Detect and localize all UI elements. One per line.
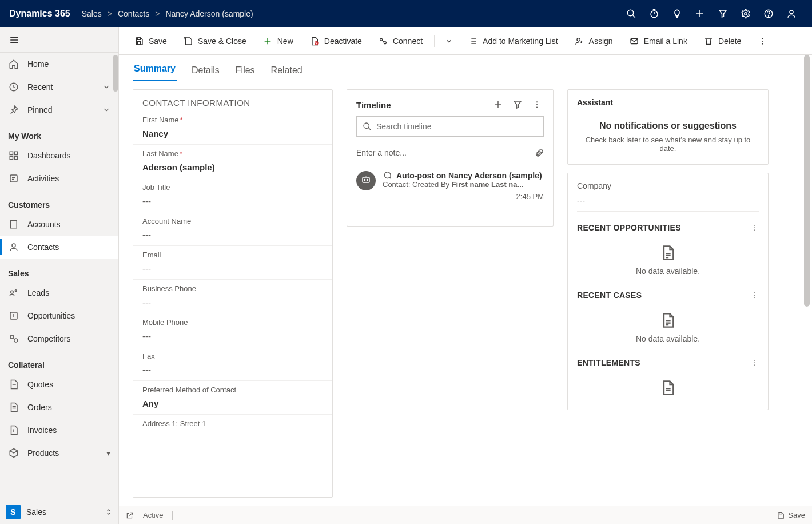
timeline-filter-button[interactable] <box>511 98 524 112</box>
sidebar-item-activities[interactable]: Activities <box>0 167 118 190</box>
sidebar-item-opportunities[interactable]: Opportunities <box>0 304 118 327</box>
sidebar-item-competitors[interactable]: Competitors <box>0 327 118 350</box>
brand: Dynamics 365 <box>9 9 70 19</box>
timeline-item[interactable]: Auto-post on Nancy Aderson (sample) Cont… <box>347 164 553 208</box>
connect-dropdown[interactable] <box>439 31 459 51</box>
field-firstname[interactable]: First Name* Nancy <box>133 111 332 145</box>
field-value: Nancy <box>142 124 323 141</box>
sidebar-item-products[interactable]: Products ▾ <box>0 442 118 465</box>
field-mobilephone[interactable]: Mobile Phone--- <box>133 313 332 347</box>
sidebar-item-leads[interactable]: Leads <box>0 281 118 304</box>
svg-point-69 <box>754 227 755 228</box>
trash-icon <box>703 36 714 46</box>
sidebar-app-switcher[interactable]: S Sales <box>0 499 118 524</box>
breadcrumb-area[interactable]: Sales <box>82 9 102 18</box>
svg-point-0 <box>627 10 634 16</box>
email-link-button[interactable]: Email a Link <box>622 31 694 51</box>
field-value: --- <box>142 327 323 343</box>
new-button[interactable]: New <box>256 31 300 51</box>
filter-icon[interactable] <box>711 0 734 27</box>
breadcrumb-record[interactable]: Nancy Aderson (sample) <box>165 9 253 18</box>
sidebar-item-contacts[interactable]: Contacts <box>0 236 118 259</box>
sidebar-item-orders[interactable]: Orders <box>0 396 118 419</box>
svg-rect-18 <box>15 157 18 160</box>
document-icon <box>577 245 759 261</box>
content-scrollbar[interactable] <box>804 55 810 307</box>
more-vertical-icon[interactable] <box>751 224 759 232</box>
tab-summary[interactable]: Summary <box>133 58 177 81</box>
svg-point-32 <box>10 335 14 339</box>
timeline-item-time: 2:45 PM <box>383 192 544 201</box>
timeline-more-button[interactable] <box>530 98 544 112</box>
section-entitlements: ENTITLEMENTS <box>577 358 640 367</box>
search-icon[interactable] <box>620 0 643 27</box>
svg-point-76 <box>754 297 755 298</box>
sidebar-item-dashboards[interactable]: Dashboards <box>0 144 118 167</box>
timeline-item-title: Auto-post on Nancy Aderson (sample) <box>396 171 542 180</box>
form-content: CONTACT INFORMATION First Name* Nancy La… <box>119 81 812 506</box>
competitors-icon <box>8 333 19 344</box>
timeline-title: Timeline <box>356 100 485 110</box>
breadcrumb-entity[interactable]: Contacts <box>118 9 149 18</box>
caret-down-icon: ▾ <box>106 448 110 458</box>
sidebar: Home Recent Pinned My Work Dashboards <box>0 27 119 524</box>
field-prefcontact[interactable]: Preferred Method of ContactAny <box>133 381 332 415</box>
sidebar-item-quotes[interactable]: Quotes <box>0 373 118 396</box>
sidebar-item-invoices[interactable]: Invoices <box>0 419 118 442</box>
sidebar-item-pinned[interactable]: Pinned <box>0 98 118 121</box>
status-text: Active <box>143 511 163 519</box>
tab-details[interactable]: Details <box>190 59 221 81</box>
field-businessphone[interactable]: Business Phone--- <box>133 280 332 313</box>
tab-files[interactable]: Files <box>234 59 256 81</box>
field-fax[interactable]: Fax--- <box>133 347 332 381</box>
save-button[interactable]: Save <box>127 31 174 51</box>
assign-button[interactable]: Assign <box>567 31 620 51</box>
assistant-card: Assistant No notifications or suggestion… <box>567 89 769 165</box>
gear-icon[interactable] <box>734 0 757 27</box>
plus-icon[interactable] <box>688 0 711 27</box>
sidebar-item-recent[interactable]: Recent <box>0 76 118 98</box>
lightbulb-icon[interactable] <box>666 0 688 27</box>
timeline-add-button[interactable] <box>491 98 505 112</box>
sidebar-item-label: Opportunities <box>27 311 75 320</box>
save-close-button[interactable]: Save & Close <box>176 31 253 51</box>
timeline-search[interactable] <box>356 116 544 137</box>
field-lastname[interactable]: Last Name* Aderson (sample) <box>133 145 332 178</box>
timeline-note-input[interactable]: Enter a note... <box>356 141 544 164</box>
field-jobtitle[interactable]: Job Title--- <box>133 178 332 212</box>
hamburger-button[interactable] <box>0 27 118 53</box>
svg-rect-19 <box>10 175 17 182</box>
quotes-icon <box>8 379 19 390</box>
more-vertical-icon[interactable] <box>751 291 759 299</box>
sidebar-item-home[interactable]: Home <box>0 53 118 76</box>
delete-button[interactable]: Delete <box>696 31 748 51</box>
popout-icon[interactable] <box>126 511 134 519</box>
timer-icon[interactable] <box>643 0 666 27</box>
orders-icon <box>8 402 19 413</box>
svg-point-65 <box>364 180 365 181</box>
help-icon[interactable] <box>757 0 780 27</box>
field-accountname[interactable]: Account Name--- <box>133 212 332 246</box>
more-vertical-icon[interactable] <box>751 359 759 367</box>
sidebar-item-label: Home <box>27 59 49 69</box>
svg-point-10 <box>790 10 793 14</box>
deactivate-icon <box>309 36 320 46</box>
company-value[interactable]: --- <box>577 196 759 212</box>
connect-button[interactable]: Connect <box>371 31 429 51</box>
deactivate-button[interactable]: Deactivate <box>302 31 369 51</box>
attachment-icon[interactable] <box>535 148 544 157</box>
person-icon[interactable] <box>780 0 803 27</box>
more-commands-button[interactable] <box>753 31 772 51</box>
field-email[interactable]: Email--- <box>133 246 332 280</box>
save-footer-button[interactable]: Save <box>777 511 805 519</box>
svg-point-9 <box>769 15 769 16</box>
field-value: --- <box>142 259 323 276</box>
sidebar-item-accounts[interactable]: Accounts <box>0 213 118 236</box>
company-label: Company <box>577 181 759 190</box>
field-address1[interactable]: Address 1: Street 1 <box>133 415 332 431</box>
tab-related[interactable]: Related <box>270 59 304 81</box>
app-tile: S <box>6 505 21 519</box>
field-value: Aderson (sample) <box>142 158 323 174</box>
timeline-search-input[interactable] <box>376 122 538 131</box>
add-marketing-button[interactable]: Add to Marketing List <box>461 31 565 51</box>
